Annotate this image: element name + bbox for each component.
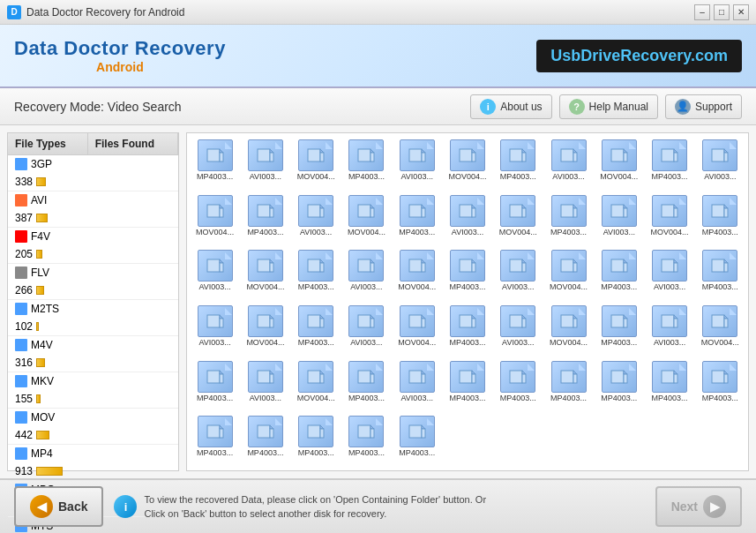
table-row[interactable]: AVI 387 (8, 191, 178, 228)
maximize-button[interactable]: □ (714, 4, 730, 20)
table-row[interactable]: M4V 316 (8, 336, 178, 372)
file-thumb[interactable]: MP4003... (342, 413, 391, 467)
file-thumb[interactable]: AVI003... (191, 303, 239, 357)
svg-rect-44 (320, 208, 324, 217)
about-us-button[interactable]: i About us (470, 94, 551, 119)
file-thumb-label: MOV004... (398, 338, 436, 348)
file-thumb[interactable]: MOV004... (645, 192, 693, 246)
file-thumb[interactable]: AVI003... (191, 247, 239, 301)
file-thumb[interactable]: MOV004... (393, 303, 441, 357)
file-thumb[interactable]: MP4003... (645, 137, 693, 191)
file-thumb-label: MP4003... (601, 338, 637, 348)
svg-rect-95 (624, 263, 627, 272)
svg-rect-138 (258, 371, 270, 383)
close-button[interactable]: ✕ (733, 4, 749, 20)
svg-rect-149 (422, 374, 425, 383)
file-thumb[interactable]: MOV004... (544, 303, 593, 357)
file-thumb[interactable]: AVI003... (645, 303, 693, 357)
file-thumb[interactable]: MP4003... (292, 413, 341, 467)
file-thumb[interactable]: AVI003... (645, 247, 693, 301)
file-thumb[interactable]: AVI003... (241, 358, 289, 412)
table-row[interactable]: M2TS 102 (8, 300, 178, 336)
file-thumb[interactable]: MP4003... (241, 413, 289, 467)
svg-rect-69 (207, 259, 220, 272)
table-row[interactable]: MKV 155 (8, 372, 178, 409)
file-thumb[interactable]: MOV004... (241, 247, 289, 301)
file-thumb[interactable]: AVI003... (393, 358, 441, 412)
file-thumb[interactable]: AVI003... (342, 303, 391, 357)
file-thumb[interactable]: MOV004... (595, 137, 643, 191)
file-thumb[interactable]: MP4003... (494, 358, 543, 412)
svg-rect-165 (712, 371, 724, 383)
support-button[interactable]: 👤 Support (665, 94, 742, 119)
count-bar (36, 322, 39, 331)
next-button[interactable]: Next ▶ (655, 486, 742, 527)
file-thumb[interactable]: MP4003... (696, 192, 745, 246)
table-row[interactable]: 3GP 338 (8, 155, 178, 191)
file-thumb[interactable]: MP4003... (696, 247, 745, 301)
file-thumb[interactable]: MP4003... (342, 137, 391, 191)
file-thumb[interactable]: AVI003... (544, 137, 593, 191)
main-content: File Types Files Found 3GP 338 AVI 387 F… (0, 125, 756, 478)
file-thumb[interactable]: AVI003... (241, 137, 289, 191)
file-thumb[interactable]: MP4003... (292, 303, 341, 357)
file-thumb[interactable]: MOV004... (443, 137, 491, 191)
file-thumb[interactable]: AVI003... (595, 192, 643, 246)
file-thumb[interactable]: MOV004... (342, 192, 391, 246)
file-thumb[interactable]: MP4003... (393, 192, 441, 246)
file-thumb[interactable]: MP4003... (494, 137, 543, 191)
file-thumb[interactable]: AVI003... (494, 303, 543, 357)
file-thumb[interactable]: AVI003... (292, 192, 341, 246)
file-thumb[interactable]: MOV004... (696, 303, 745, 357)
file-thumb[interactable]: MOV004... (191, 192, 239, 246)
file-thumb[interactable]: MP4003... (292, 247, 341, 301)
file-thumb[interactable]: MOV004... (241, 303, 289, 357)
file-thumb[interactable]: AVI003... (342, 247, 391, 301)
help-manual-button[interactable]: ? Help Manual (559, 94, 658, 119)
file-thumb[interactable]: MOV004... (544, 247, 593, 301)
svg-marker-34 (724, 149, 728, 153)
svg-marker-139 (270, 371, 273, 374)
file-thumb[interactable]: MP4003... (544, 358, 593, 412)
file-thumb[interactable]: MP4003... (191, 358, 239, 412)
svg-rect-5 (220, 153, 223, 161)
files-grid[interactable]: MP4003... AVI003... MOV004... (187, 133, 748, 470)
file-thumb[interactable]: MP4003... (443, 247, 491, 301)
svg-rect-92 (573, 263, 577, 272)
file-thumb[interactable]: AVI003... (696, 137, 745, 191)
minimize-button[interactable]: – (694, 4, 710, 20)
table-row[interactable]: FLV 266 (8, 264, 178, 300)
file-thumb[interactable]: MP4003... (241, 192, 289, 246)
file-thumb[interactable]: AVI003... (393, 137, 441, 191)
file-thumb[interactable]: MP4003... (191, 137, 239, 191)
file-thumb[interactable]: MP4003... (443, 358, 491, 412)
file-thumb[interactable]: MOV004... (292, 358, 341, 412)
table-row[interactable]: F4V 205 (8, 228, 178, 264)
file-thumb[interactable]: MP4003... (645, 358, 693, 412)
file-thumb[interactable]: MP4003... (696, 358, 745, 412)
table-row[interactable]: MOV 442 (8, 409, 178, 445)
svg-rect-98 (674, 263, 677, 272)
file-thumb-label: MOV004... (499, 228, 537, 237)
file-thumb[interactable]: MP4003... (191, 413, 239, 467)
file-thumb[interactable]: MP4003... (595, 247, 643, 301)
svg-rect-65 (674, 208, 677, 217)
file-thumb[interactable]: MP4003... (544, 192, 593, 246)
file-thumb[interactable]: AVI003... (443, 192, 491, 246)
file-thumb[interactable]: MOV004... (292, 137, 341, 191)
file-thumb[interactable]: MP4003... (595, 303, 643, 357)
file-thumb[interactable]: MOV004... (494, 192, 543, 246)
file-thumb[interactable]: MP4003... (595, 358, 643, 412)
file-thumb[interactable]: MP4003... (393, 413, 441, 467)
table-row[interactable]: MP4 913 (8, 445, 178, 481)
svg-marker-19 (472, 149, 475, 153)
file-thumb[interactable]: MP4003... (443, 303, 491, 357)
file-count-cell: 266 (8, 282, 87, 299)
back-button[interactable]: ◀ Back (14, 486, 103, 527)
file-thumb[interactable]: MP4003... (342, 358, 391, 412)
svg-rect-14 (371, 153, 374, 161)
file-thumb[interactable]: AVI003... (494, 247, 543, 301)
file-count-cell: 205 (8, 245, 87, 263)
file-thumb-label: MP4003... (449, 282, 485, 292)
file-thumb[interactable]: MOV004... (393, 247, 441, 301)
